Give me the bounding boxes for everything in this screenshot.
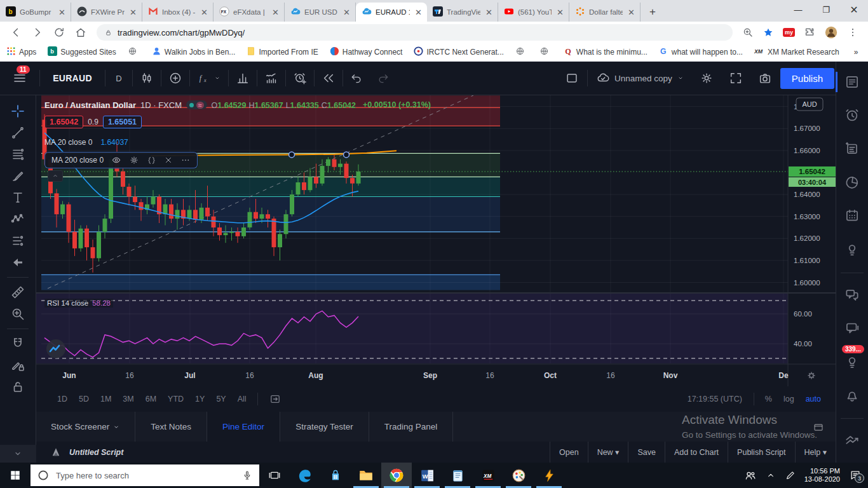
pine-action-save[interactable]: Save: [628, 442, 665, 463]
trendline-tool-icon[interactable]: [6, 122, 30, 144]
sidebar-tree-icon[interactable]: [841, 429, 864, 452]
templates-button[interactable]: [229, 62, 257, 95]
range-5Y-button[interactable]: 5Y: [210, 392, 231, 406]
bookmark-item[interactable]: XM XM Market Research: [754, 47, 839, 57]
range-YTD-button[interactable]: YTD: [162, 392, 189, 406]
panel-tab-stock-screener[interactable]: Stock Screener: [36, 412, 135, 442]
brush-tool-icon[interactable]: [6, 165, 30, 187]
forecast-tool-icon[interactable]: [6, 230, 30, 252]
action-center-icon[interactable]: 3: [849, 469, 862, 482]
url-text[interactable]: tradingview.com/chart/gpMwDDyq/: [118, 28, 245, 37]
sidebar-datawin-icon[interactable]: [841, 137, 864, 160]
crosshair-tool-icon[interactable]: [6, 100, 30, 122]
redo-button[interactable]: [370, 62, 397, 95]
panel-tab-strategy-tester[interactable]: Strategy Tester: [280, 412, 369, 442]
pine-action-new[interactable]: New ▾: [588, 442, 628, 463]
sidebar-alarm-icon[interactable]: [841, 104, 864, 127]
compare-button[interactable]: [161, 62, 189, 95]
undo-button[interactable]: [343, 62, 370, 95]
log-scale-button[interactable]: log: [778, 392, 800, 406]
pine-action-publishscript[interactable]: Publish Script: [728, 442, 794, 463]
zoom-page-icon[interactable]: [742, 27, 754, 38]
eye-icon[interactable]: [111, 155, 121, 165]
drawlock-tool-icon[interactable]: [6, 355, 30, 376]
bookmark-item[interactable]: »: [851, 48, 858, 57]
bookmark-item[interactable]: Walkin Jobs in Ben...: [152, 46, 236, 58]
symbol-search-button[interactable]: EURAUD: [40, 62, 105, 95]
sidebar-chat-icon[interactable]: [841, 283, 864, 306]
chart-properties-button[interactable]: [693, 62, 721, 95]
taskbar-app-xm[interactable]: XM: [473, 463, 503, 488]
address-bar[interactable]: tradingview.com/chart/gpMwDDyq/: [97, 24, 733, 41]
close-button[interactable]: ✕: [840, 0, 868, 19]
taskbar-app-paint[interactable]: [503, 463, 534, 488]
sidebar-bulb-icon[interactable]: [841, 238, 864, 261]
layout-name[interactable]: Unnamed copy: [614, 74, 672, 83]
lockopen-tool-icon[interactable]: [6, 376, 30, 398]
interval-button[interactable]: D: [105, 62, 132, 95]
extensions-puzzle-icon[interactable]: [804, 27, 815, 38]
chrome-menu-icon[interactable]: [847, 27, 858, 38]
fullscreen-button[interactable]: [722, 62, 750, 95]
rsi-legend[interactable]: RSI 14 close58.28: [44, 299, 113, 308]
pattern-tool-icon[interactable]: [6, 208, 30, 230]
source-toggle-icons[interactable]: ≈: [186, 100, 207, 109]
browser-tab[interactable]: FXWire Pro ✕: [71, 3, 142, 22]
bookmark-item[interactable]: [515, 46, 528, 58]
symbol-title[interactable]: Euro / Australian Dollar: [44, 100, 136, 110]
sidebar-hotlist-icon[interactable]: [841, 171, 864, 194]
range-1Y-button[interactable]: 1Y: [189, 392, 210, 406]
more-options-icon[interactable]: [180, 155, 191, 165]
taskbar-app-chrome[interactable]: [381, 463, 412, 488]
fundamentals-button[interactable]: [257, 62, 285, 95]
profile-avatar[interactable]: [824, 25, 838, 39]
bookmark-star-icon[interactable]: [763, 27, 774, 38]
bar-replay-button[interactable]: [315, 62, 342, 95]
main-menu-button[interactable]: 11: [0, 62, 39, 95]
taskbar-clock[interactable]: 10:56 PM13-08-2020: [804, 467, 840, 484]
select-layout-button[interactable]: [558, 62, 586, 95]
bookmark-item[interactable]: b Suggested Sites: [48, 46, 116, 58]
browser-tab[interactable]: (561) YouTu ✕: [498, 3, 569, 22]
forward-icon[interactable]: [31, 26, 44, 39]
cloud-save-button[interactable]: Unnamed copy: [589, 62, 691, 95]
back-icon[interactable]: [10, 26, 22, 39]
taskbar-app-winamp[interactable]: [534, 463, 564, 488]
people-icon[interactable]: [744, 469, 757, 482]
chart-style-button[interactable]: [133, 62, 161, 95]
range-1M-button[interactable]: 1M: [95, 392, 117, 406]
range-5D-button[interactable]: 5D: [73, 392, 95, 406]
sell-button[interactable]: 1.65042: [44, 116, 83, 128]
sidebar-dialog-icon[interactable]: [841, 316, 864, 339]
bookmark-item[interactable]: [128, 46, 140, 58]
indicators-button[interactable]: fx: [190, 62, 228, 95]
maximize-button[interactable]: ❐: [812, 0, 840, 19]
auto-scale-button[interactable]: auto: [800, 392, 827, 406]
pine-script-title[interactable]: Untitled Script: [69, 448, 123, 457]
tab-close-icon[interactable]: ✕: [200, 8, 209, 17]
buy-button[interactable]: 1.65051: [103, 116, 142, 128]
bookmark-item[interactable]: Hathway Connect: [330, 46, 403, 58]
panel-tab-pine-editor[interactable]: Pine Editor: [207, 412, 280, 442]
taskbar-app-word[interactable]: W: [412, 463, 442, 488]
clock-utc[interactable]: 17:19:55 (UTC): [681, 395, 749, 403]
ruler-tool-icon[interactable]: [6, 281, 30, 303]
sidebar-bulb-icon[interactable]: 339...: [841, 350, 864, 373]
tab-close-icon[interactable]: ✕: [414, 8, 423, 17]
tab-close-icon[interactable]: ✕: [555, 8, 565, 17]
tab-close-icon[interactable]: ✕: [342, 8, 351, 17]
maximize-panel-icon[interactable]: [811, 422, 825, 433]
browser-tab[interactable]: TradingView ✕: [427, 3, 498, 22]
browser-tab[interactable]: Inbox (4) - ‎ ✕: [142, 3, 214, 22]
bookmark-item[interactable]: Imported From IE: [247, 46, 318, 58]
pine-action-help[interactable]: Help ▾: [795, 442, 836, 463]
bookmark-item[interactable]: IRCTC Next Generat...: [414, 46, 503, 58]
hidden-icons-chevron[interactable]: [766, 470, 776, 480]
pine-action-addtochart[interactable]: Add to Chart: [665, 442, 728, 463]
browser-tab[interactable]: EURAUD 1.6 ✕: [356, 3, 427, 22]
snapshot-button[interactable]: [751, 62, 779, 95]
taskbar-app-folder[interactable]: [351, 463, 381, 488]
start-button[interactable]: [0, 463, 31, 488]
zoomin-tool-icon[interactable]: [6, 303, 30, 325]
tab-close-icon[interactable]: ✕: [271, 8, 280, 17]
